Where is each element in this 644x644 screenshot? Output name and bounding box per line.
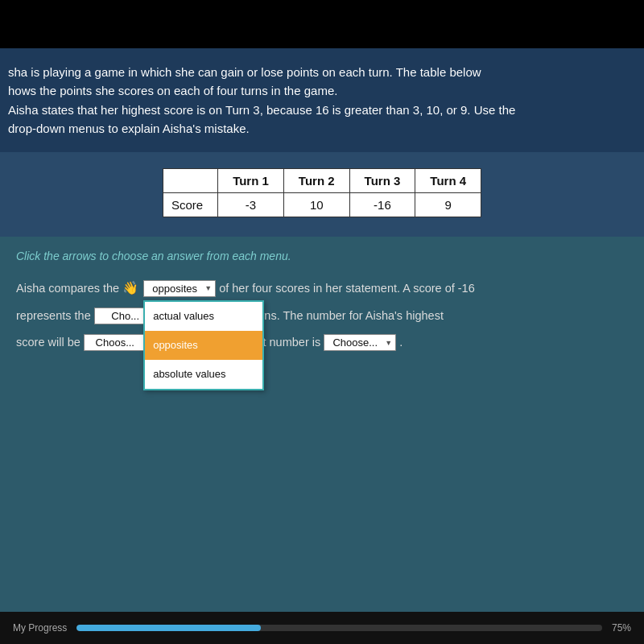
table-area: Turn 1 Turn 2 Turn 3 Turn 4 Score -3 10 … (0, 152, 644, 237)
choose-dropdown-container-4: Choose... (324, 331, 396, 354)
problem-line1: sha is playing a game in which she can g… (8, 63, 631, 81)
table-row-label: Score (163, 193, 217, 217)
option-opposites[interactable]: opposites (145, 331, 262, 360)
period: . (399, 331, 402, 354)
hand-icon: 👋 (122, 275, 138, 301)
table-score-4: 9 (415, 193, 481, 217)
choose-dropdown-4[interactable]: Choose... (324, 334, 396, 351)
opposites-dropdown[interactable]: opposites (143, 280, 216, 297)
line3-before: score will be (16, 331, 80, 354)
answer-line1: Aisha compares the 👋 opposites actual va… (16, 275, 628, 301)
progress-track (76, 625, 602, 631)
table-header-turn1: Turn 1 (218, 169, 284, 193)
opposites-dropdown-container: opposites actual values opposites absolu… (143, 277, 216, 300)
progress-bar-area: My Progress 75% (0, 612, 644, 644)
line1-after: of her four scores in her statement. A s… (219, 277, 475, 300)
table-score-1: -3 (218, 193, 284, 217)
option-absolute-values[interactable]: absolute values (145, 360, 262, 389)
progress-fill (76, 625, 260, 631)
problem-line4: drop-down menus to explain Aisha's mista… (8, 119, 631, 138)
problem-line2: hows the points she scores on each of fo… (8, 81, 631, 100)
table-header-turn2: Turn 2 (283, 169, 349, 193)
problem-line3: Aisha states that her highest score is o… (8, 101, 631, 119)
dropdown-menu-1: actual values opposites absolute values (143, 300, 264, 390)
problem-text: sha is playing a game in which she can g… (0, 48, 644, 152)
table-score-3: -16 (349, 193, 415, 217)
answer-line2: represents the Cho... s for these four t… (16, 304, 628, 328)
table-header-turn3: Turn 3 (349, 169, 415, 193)
answer-line3: score will be Choos... he number line. T… (16, 331, 628, 354)
line1-before: Aisha compares the (16, 277, 119, 300)
table-header-turn4: Turn 4 (415, 169, 481, 193)
table-header-empty (163, 169, 217, 193)
line2-before: represents the (16, 304, 91, 328)
score-table: Turn 1 Turn 2 Turn 3 Turn 4 Score -3 10 … (163, 168, 481, 217)
progress-label: My Progress (13, 622, 67, 634)
option-actual-values[interactable]: actual values (145, 302, 262, 331)
instruction-text: Click the arrows to choose an answer fro… (16, 250, 628, 262)
table-score-2: 10 (283, 193, 349, 217)
answer-text: Aisha compares the 👋 opposites actual va… (16, 275, 628, 354)
answer-section: Click the arrows to choose an answer fro… (0, 237, 644, 612)
progress-pct: 75% (612, 622, 631, 634)
